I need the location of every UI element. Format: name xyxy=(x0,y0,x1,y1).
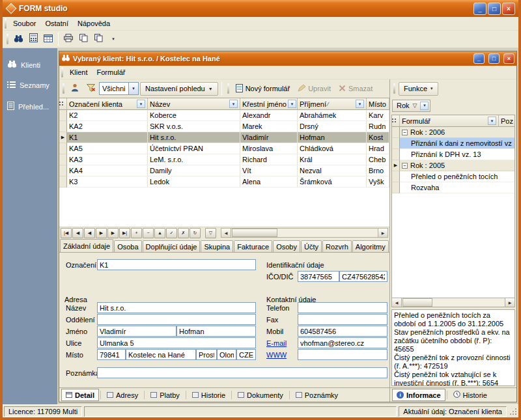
dic-field[interactable] xyxy=(339,271,387,282)
funkce-button[interactable]: Funkce ▾ xyxy=(399,82,438,96)
form-group-row[interactable]: ▶ −Rok : 2005 xyxy=(392,160,514,171)
client-titlebar[interactable]: Vybraný klient: Hit s.r.o. / Kostelec na… xyxy=(59,51,516,66)
www-link-label[interactable]: WWW xyxy=(266,351,287,359)
sidebar-item-seznamy[interactable]: Seznamy xyxy=(3,77,57,93)
nazev-field[interactable] xyxy=(97,302,256,313)
column-header-formular[interactable]: Formulář▼ xyxy=(400,115,499,127)
tab-historie[interactable]: Historie xyxy=(188,389,230,401)
print-button[interactable] xyxy=(61,32,76,46)
scrollbar-thumb[interactable] xyxy=(402,298,432,307)
client-row[interactable]: K3 Ledok Alena Šrámková Vyšk xyxy=(59,176,389,188)
email-field[interactable] xyxy=(298,337,387,348)
tab-detail[interactable]: Detail xyxy=(61,389,99,401)
column-header-krestni-jmeno[interactable]: Křestní jméno▼ xyxy=(240,98,298,110)
scroll-right-icon[interactable]: ▶ xyxy=(505,298,514,307)
tab-poznamky[interactable]: Poznámky xyxy=(291,389,343,401)
form-row[interactable]: Přiznání k DPH vz. 13 xyxy=(392,149,514,160)
toolbar-options-chevron[interactable]: ▾ xyxy=(106,32,120,46)
tab-rozvrh[interactable]: Rozvrh xyxy=(322,240,352,252)
ico-field[interactable] xyxy=(298,271,339,282)
nav-refresh-button[interactable]: ↻ xyxy=(190,228,201,238)
find-clients-button[interactable] xyxy=(11,32,25,46)
client-maximize-button[interactable]: □ xyxy=(488,53,500,64)
nav-next-button[interactable]: ▶ xyxy=(107,228,119,238)
column-header-nazev[interactable]: Název▼ xyxy=(148,98,240,110)
nav-last-button[interactable]: ▶| xyxy=(119,228,130,238)
tab-adresy[interactable]: Adresy xyxy=(102,389,143,401)
nav-delete-button[interactable]: − xyxy=(143,228,154,238)
toolbar-grip[interactable] xyxy=(227,83,229,94)
nav-cancel-button[interactable]: ✗ xyxy=(178,228,189,238)
form-row[interactable]: Přehled o peněžních tocích xyxy=(392,171,514,182)
menu-soubor[interactable]: Soubor xyxy=(8,18,40,29)
tab-osoby[interactable]: Osoby xyxy=(273,240,300,252)
resize-grip[interactable] xyxy=(509,407,517,415)
sidebar-item-prehled[interactable]: Přehled... xyxy=(3,98,57,115)
scroll-left-icon[interactable]: ◀ xyxy=(221,229,231,237)
scrollbar-thumb[interactable] xyxy=(232,229,277,237)
mobil-field[interactable] xyxy=(298,326,387,337)
main-titlebar[interactable]: FORM studio _ □ × xyxy=(3,0,518,17)
nav-prior-button[interactable]: ◀ xyxy=(72,228,83,238)
close-button[interactable]: × xyxy=(502,3,515,15)
menu-formular[interactable]: Formulář xyxy=(92,67,130,77)
chevron-down-icon[interactable]: ▼ xyxy=(128,83,138,94)
client-row[interactable]: KA4 Damily Vít Nezval Brno xyxy=(59,165,389,176)
form-row[interactable]: Rozvaha xyxy=(392,182,514,193)
copy-button[interactable] xyxy=(76,32,91,46)
clear-filter-button[interactable] xyxy=(83,81,98,96)
nav-prior-page-button[interactable]: ◀ xyxy=(84,228,95,238)
toolbar-grip[interactable] xyxy=(393,83,395,94)
tab-ucty[interactable]: Účty xyxy=(301,240,322,252)
column-filter-icon[interactable]: ▼ xyxy=(420,102,429,110)
column-header-misto[interactable]: Místo xyxy=(367,98,389,110)
export-button[interactable] xyxy=(91,32,106,46)
nav-next-page-button[interactable]: ▶ xyxy=(96,228,107,238)
collapse-icon[interactable]: − xyxy=(402,130,408,135)
tab-skupina[interactable]: Skupina xyxy=(201,240,233,252)
form-group-row[interactable]: −Rok : 2006 xyxy=(392,127,514,138)
tab-doplnujici-udaje[interactable]: Doplňující údaje xyxy=(143,240,201,252)
tab-algoritmy[interactable]: Algoritmy xyxy=(352,240,389,252)
menu-grip[interactable] xyxy=(61,67,63,77)
client-close-button[interactable]: × xyxy=(503,53,514,64)
lists-button[interactable] xyxy=(41,32,55,46)
tab-fakturace[interactable]: Fakturace xyxy=(234,240,272,252)
ulice-field[interactable] xyxy=(97,337,256,348)
column-header-poz[interactable]: Poz xyxy=(499,115,514,127)
column-filter-icon[interactable]: ▼ xyxy=(137,100,145,108)
nav-edit-button[interactable]: ▲ xyxy=(154,228,165,238)
sidebar-item-klienti[interactable]: Klienti xyxy=(3,57,57,72)
toolbar-grip[interactable] xyxy=(63,83,64,94)
scroll-right-icon[interactable]: ▶ xyxy=(378,229,387,237)
poznamka-field[interactable] xyxy=(97,367,387,378)
fax-field[interactable] xyxy=(298,314,387,325)
form-row-selected[interactable]: Přiznání k dani z nemovitostí vz xyxy=(392,138,514,149)
collapse-icon[interactable]: − xyxy=(402,163,408,169)
menu-klient[interactable]: Klient xyxy=(65,67,92,77)
minimize-button[interactable]: _ xyxy=(473,3,486,15)
grid-horizontal-scrollbar[interactable]: ◀ ▶ xyxy=(221,228,388,238)
client-card-button[interactable] xyxy=(68,81,82,96)
nav-first-button[interactable]: |◀ xyxy=(61,228,72,238)
edit-button[interactable]: Upravit xyxy=(294,82,334,96)
client-row[interactable]: K2 Koberce Alexandr Abrahámek Karv xyxy=(59,110,389,121)
group-by-rok-box[interactable]: Rok ▽ ▼ xyxy=(392,100,430,112)
view-settings-button[interactable]: Nastavení pohledu ▼ xyxy=(140,82,218,96)
grid-corner[interactable] xyxy=(59,98,67,110)
forms-grid-horizontal-scrollbar[interactable]: ◀ ▶ xyxy=(392,298,514,307)
okres-field[interactable] xyxy=(196,349,217,360)
new-form-button[interactable]: Nový formulář xyxy=(232,82,293,96)
menu-napoveda[interactable]: Nápověda xyxy=(73,18,115,29)
column-filter-icon[interactable]: ▼ xyxy=(229,100,238,108)
stat-field[interactable] xyxy=(236,349,256,360)
column-filter-icon[interactable]: ▼ xyxy=(288,100,296,108)
calculator-button[interactable] xyxy=(26,32,40,46)
menu-ostatni[interactable]: Ostatní xyxy=(40,18,72,29)
tab-platby[interactable]: Platby xyxy=(146,389,184,401)
nav-post-button[interactable]: ✓ xyxy=(166,228,177,238)
client-row[interactable]: KA5 Účetnictví PRAN Miroslava Chládková … xyxy=(59,143,389,154)
delete-button[interactable]: Smazat xyxy=(335,82,376,96)
client-row-selected[interactable]: ▶ K1 Hit s.r.o. Vladimír Hofman Kost xyxy=(59,132,389,143)
filter-combobox[interactable]: Všichni ▼ xyxy=(99,82,139,95)
